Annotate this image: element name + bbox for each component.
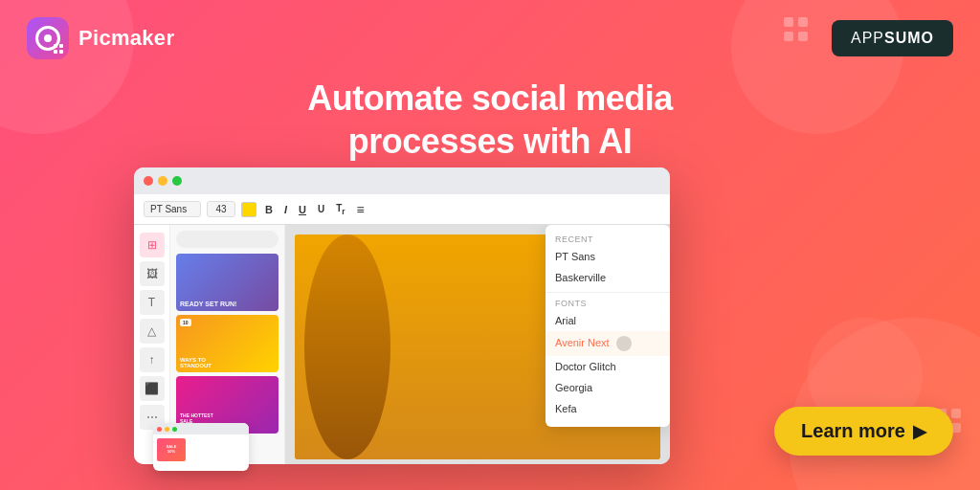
small-card-bar <box>153 423 249 434</box>
font-section-recent: RECENT <box>546 233 670 246</box>
strikethrough-button[interactable]: U <box>315 203 327 215</box>
small-card-thumb: SALE50% <box>157 438 186 461</box>
thumb1-text: READY SET RUN! <box>180 301 236 307</box>
logo: Picmaker <box>27 17 174 59</box>
card-dot-green <box>172 427 177 432</box>
thumb2-text: WAYS TOSTANDOUT <box>180 357 212 368</box>
sidebar-icon-images[interactable]: 🖼 <box>140 261 165 286</box>
traffic-light-green <box>172 176 182 186</box>
font-dropdown: RECENT PT Sans Baskerville FONTS Arial A… <box>546 225 670 427</box>
learn-more-arrow: ▶ <box>913 421 926 442</box>
underline-button[interactable]: U <box>296 203 309 216</box>
font-selector[interactable]: PT Sans <box>144 201 201 217</box>
font-item-baskerville[interactable]: Baskerville <box>546 267 670 288</box>
appsumo-badge: APPSUMO <box>832 20 953 56</box>
italic-button[interactable]: I <box>281 203 290 216</box>
hero-text: Automate social media processes with AI <box>0 77 980 163</box>
toolbar: PT Sans 43 B I U U Tr ≡ <box>134 194 670 225</box>
background: Picmaker APPSUMO Automate social media p… <box>0 0 980 490</box>
font-item-avenir[interactable]: Avenir Next <box>546 331 670 356</box>
small-card-content: SALE50% <box>153 434 249 465</box>
text-format-button[interactable]: Tr <box>333 202 347 217</box>
template-thumb-2[interactable]: 10 WAYS TOSTANDOUT <box>176 315 278 372</box>
learn-more-button[interactable]: Learn more ▶ <box>774 407 953 456</box>
logo-icon-dots <box>54 44 63 54</box>
learn-more-label: Learn more <box>801 420 905 442</box>
window-chrome <box>134 167 670 194</box>
font-size-selector[interactable]: 43 <box>207 201 235 217</box>
template-thumb-1[interactable]: READY SET RUN! <box>176 254 278 311</box>
sidebar-icon-shapes[interactable]: △ <box>140 319 165 344</box>
font-item-georgia[interactable]: Georgia <box>546 377 670 398</box>
sidebar-icon-templates[interactable]: ⊞ <box>140 233 165 257</box>
canvas-area[interactable]: FASHION TALK with Godie Sable RECENT PT … <box>285 225 670 464</box>
font-item-arial[interactable]: Arial <box>546 310 670 331</box>
font-item-kefa[interactable]: Kefa <box>546 398 670 419</box>
sidebar-icon-bg[interactable]: ⬛ <box>140 376 165 401</box>
color-picker[interactable] <box>241 202 256 217</box>
font-item-ptsans[interactable]: PT Sans <box>546 246 670 267</box>
thumb2-badge: 10 <box>180 319 191 326</box>
font-section-fonts: FONTS <box>546 297 670 310</box>
appsumo-sumo: SUMO <box>884 30 934 46</box>
traffic-light-yellow <box>158 176 167 186</box>
sidebar-icon-text[interactable]: T <box>140 290 165 315</box>
cursor-icon <box>616 336 632 351</box>
bold-button[interactable]: B <box>262 203 276 216</box>
sidebar-icon-upload[interactable]: ↑ <box>140 347 165 372</box>
logo-name: Picmaker <box>78 26 174 51</box>
hero-title: Automate social media processes with AI <box>0 77 980 163</box>
appsumo-app: APP <box>851 30 884 46</box>
logo-icon <box>27 17 69 59</box>
template-search[interactable] <box>176 231 278 248</box>
small-card: SALE50% <box>153 423 249 471</box>
align-button[interactable]: ≡ <box>354 201 368 218</box>
header: Picmaker APPSUMO <box>0 0 980 77</box>
font-item-doctor-glitch[interactable]: Doctor Glitch <box>546 356 670 377</box>
card-dot-red <box>157 427 162 432</box>
hero-line2: processes with AI <box>348 122 632 161</box>
ui-mockup: PT Sans 43 B I U U Tr ≡ ⊞ 🖼 T △ ↑ ⬛ ⋯ <box>134 167 670 464</box>
hero-line1: Automate social media <box>307 78 673 118</box>
traffic-light-red <box>144 176 153 186</box>
card-dot-yellow <box>165 427 169 432</box>
font-divider-1 <box>546 292 670 293</box>
